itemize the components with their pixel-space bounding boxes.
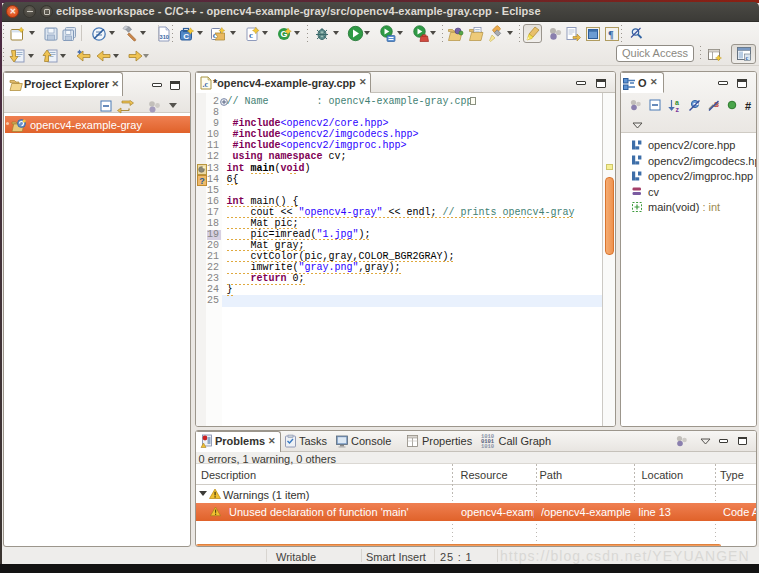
svg-text:C: C [183,32,189,41]
svg-text:?: ? [199,175,205,185]
svg-text:¶: ¶ [608,29,614,40]
svg-text:c: c [746,55,749,61]
svg-text:310: 310 [160,34,169,40]
svg-text:#: # [745,100,751,112]
svg-text:.c: .c [203,80,209,89]
svg-text:z: z [676,106,680,113]
svg-text:a: a [675,99,679,106]
svg-text:c: c [249,30,253,40]
